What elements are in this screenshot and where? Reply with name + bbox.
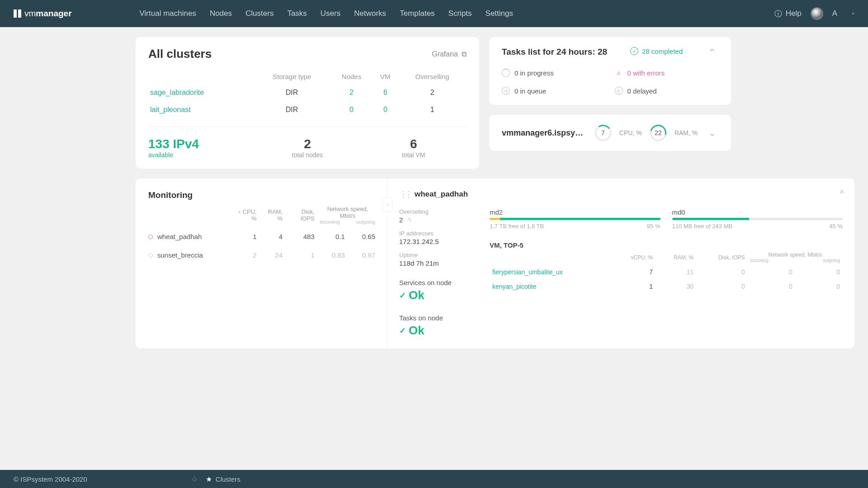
edit-icon[interactable]: ✎: [407, 216, 412, 223]
server-name: vmmanager6.ispsystem…: [502, 128, 587, 138]
col-ram[interactable]: RAM, %: [259, 203, 285, 227]
nav-nodes[interactable]: Nodes: [210, 9, 232, 18]
drag-icon[interactable]: ⋮⋮: [399, 189, 410, 199]
table-row[interactable]: sunset_breccia 2 24 1 0.83 0.97: [148, 246, 378, 264]
stat-ipv4: 133 IPv4: [148, 137, 255, 151]
ip-value: 172.31.242.5: [399, 238, 476, 245]
col-vm: VM: [373, 69, 398, 84]
cell-link[interactable]: 0: [383, 106, 387, 113]
cell-link[interactable]: 6: [383, 89, 387, 96]
cell: 0.97: [348, 246, 378, 264]
cell: DIR: [254, 84, 330, 101]
vm-top5: VM, TOP-5 vCPU, % RAM, % Disk, IOPS Netw…: [490, 241, 843, 294]
tasks-node-label: Tasks on node: [399, 314, 476, 322]
topbar: vmmanager Virtual machines Nodes Cluster…: [0, 0, 868, 27]
uptime-label: Uptime: [399, 252, 476, 258]
cluster-link[interactable]: lait_pleonast: [150, 106, 191, 113]
nav-tasks[interactable]: Tasks: [287, 9, 307, 18]
copyright: © ISPsystem 2004-2020: [14, 475, 87, 483]
nav-scripts[interactable]: Scripts: [448, 9, 472, 18]
chevron-down-icon[interactable]: ▾: [852, 10, 854, 17]
tasks-errors[interactable]: ⚠ 0 with errors: [615, 69, 719, 77]
cell-link[interactable]: 0: [349, 106, 354, 113]
node-detail-panel: ⋮⋮ wheat_padhah × Overselling 2✎ IP addr…: [387, 178, 854, 348]
cell: 483: [285, 227, 317, 246]
footer-tab-label: Clusters: [216, 475, 241, 483]
table-row[interactable]: wheat_padhah 1 4 483 0.1 0.65: [148, 227, 378, 246]
tasks-card: Tasks list for 24 hours: 28 ✓ 28 complet…: [489, 37, 731, 105]
label: 0 in progress: [514, 69, 554, 77]
table-row: fierypersian_umbalite_ux 7 11 0 0 0: [490, 265, 843, 279]
cell: 2: [230, 246, 259, 264]
delayed-icon: ◴: [615, 87, 623, 95]
cell: 24: [259, 246, 285, 264]
cluster-link[interactable]: sage_labradorite: [150, 89, 204, 96]
tasks-progress: 0 in progress: [502, 69, 606, 77]
vm-link[interactable]: kenyan_picotite: [492, 283, 536, 290]
footer-tab-clusters[interactable]: ★ Clusters: [206, 475, 241, 483]
status-dot-icon: [148, 235, 153, 239]
avatar[interactable]: [811, 7, 823, 20]
label: 0 delayed: [627, 87, 657, 95]
tasks-title: Tasks list for 24 hours: 28: [502, 47, 607, 57]
grafana-label: Grafana: [432, 50, 458, 58]
close-icon[interactable]: ×: [839, 187, 844, 197]
clock-icon: ◷: [502, 87, 510, 95]
disk-pct: 45 %: [829, 223, 843, 230]
check-icon: ✓: [399, 291, 406, 300]
star-outline-icon[interactable]: ☆: [191, 475, 198, 483]
cell: 0: [795, 279, 843, 294]
disk-md0: md0 110 MB free of 243 MB45 %: [672, 208, 843, 230]
nav: Virtual machines Nodes Clusters Tasks Us…: [140, 9, 513, 18]
server-card: vmmanager6.ispsystem… 7 CPU, % 22 RAM, %…: [489, 115, 731, 151]
help-label: Help: [786, 9, 802, 18]
cell-link[interactable]: 2: [349, 89, 354, 96]
vmtop-title: VM, TOP-5: [490, 241, 843, 249]
col-net[interactable]: Network speed, Mbit/s incomingoutgoing: [317, 203, 378, 227]
col-vcpu[interactable]: vCPU, %: [612, 250, 656, 265]
nav-vm[interactable]: Virtual machines: [140, 9, 196, 18]
cell: 0.1: [317, 227, 348, 246]
disk-free: 1.7 TB free of 1.8 TB: [490, 223, 544, 230]
col-net[interactable]: Network speed, Mbit/s incomingoutgoing: [748, 250, 843, 265]
user-name[interactable]: A: [832, 9, 837, 18]
nav-settings[interactable]: Settings: [486, 9, 513, 18]
col-disk[interactable]: Disk, IOPS: [285, 203, 317, 227]
cell: 1: [285, 246, 317, 264]
collapse-icon[interactable]: ⌃: [706, 47, 718, 59]
disk-name: md0: [672, 208, 843, 216]
logo[interactable]: vmmanager: [14, 9, 72, 19]
check-icon: ✓: [399, 326, 406, 336]
ram-ring: 22: [647, 122, 669, 144]
stat-vm-sub: total VM: [360, 151, 467, 159]
detail-title: wheat_padhah: [415, 190, 468, 199]
cell: DIR: [254, 101, 330, 118]
cell: 1: [230, 227, 259, 246]
col-ram[interactable]: RAM, %: [656, 250, 696, 265]
disk-md2: md2 1.7 TB free of 1.8 TB95 %: [490, 208, 660, 230]
cell: 0.83: [317, 246, 348, 264]
expand-icon[interactable]: ⌄: [706, 127, 718, 138]
clusters-card: All clusters Grafana ⧉ Storage type Node…: [136, 37, 479, 169]
table-row: kenyan_picotite 1 30 0 0 0: [490, 279, 843, 294]
col-disk[interactable]: Disk, IOPS: [696, 250, 748, 265]
logo-suffix: manager: [36, 9, 71, 18]
nav-networks[interactable]: Networks: [354, 9, 386, 18]
grafana-link[interactable]: Grafana ⧉: [432, 50, 467, 58]
cell: 1: [398, 101, 467, 118]
tasks-completed[interactable]: 28 completed: [642, 47, 683, 55]
external-link-icon: ⧉: [462, 50, 467, 58]
ram-label: RAM, %: [675, 129, 698, 136]
col-cpu[interactable]: CPU, %: [230, 203, 259, 227]
nav-users[interactable]: Users: [321, 9, 340, 18]
disk-name: md2: [490, 208, 660, 216]
help-link[interactable]: ⓘ Help: [774, 9, 802, 19]
vm-link[interactable]: fierypersian_umbalite_ux: [492, 268, 563, 276]
nav-clusters[interactable]: Clusters: [245, 9, 274, 18]
nav-templates[interactable]: Templates: [400, 9, 434, 18]
overselling-value: 2: [399, 216, 403, 224]
services-status: ✓Ok: [399, 288, 476, 302]
table-row: sage_labradorite DIR 2 6 2: [148, 84, 467, 101]
warning-icon: ⚠: [615, 69, 623, 77]
label: 0 in queue: [514, 87, 546, 95]
